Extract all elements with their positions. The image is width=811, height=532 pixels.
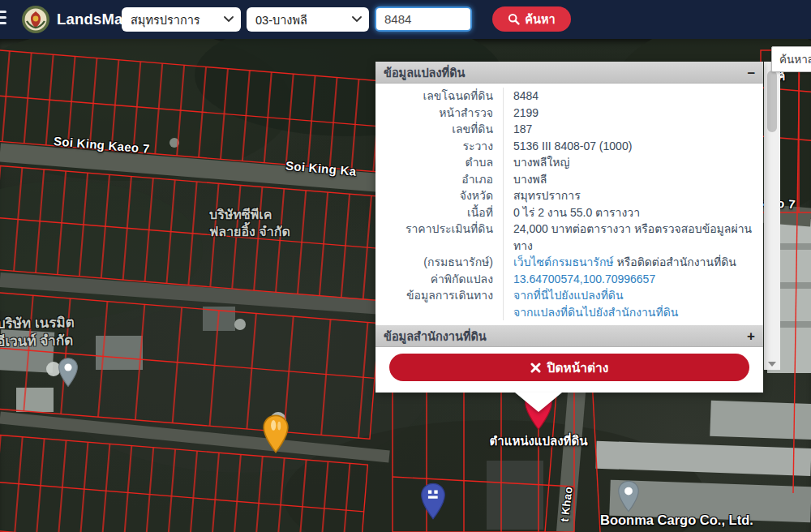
dol-logo-icon (21, 5, 50, 34)
row-map-sheet: ระวาง5136 III 8408-07 (1000) (375, 138, 763, 155)
province-select[interactable]: สมุทรปราการ (122, 7, 241, 32)
search-button-label: ค้นหา (525, 10, 555, 28)
deed-number-value: 8484 (504, 88, 763, 105)
area-value: 0 ไร่ 2 งาน 55.0 ตารางวา (504, 204, 763, 221)
district-select-value: 03-บางพลี (255, 11, 307, 29)
chevron-down-icon (352, 16, 362, 23)
place-label-line: บริษัท เนรมิต (0, 314, 75, 333)
row-directions: ข้อมูลการเดินทาง จากที่นี่ไปยังแปลงที่ดิ… (375, 287, 763, 320)
search-button[interactable]: ค้นหา (492, 6, 571, 32)
coordinates-link[interactable]: 13.64700574,100.70996657 (513, 272, 655, 285)
row-parcel-number: เลขที่ดิน187 (375, 121, 763, 138)
vertical-scrollbar[interactable] (764, 62, 780, 370)
place-search-box[interactable]: ค้นหาสถานที่ (771, 46, 811, 72)
poi-pin-gray-2[interactable] (617, 480, 640, 516)
district-value: บางพลี (504, 171, 763, 188)
close-icon (530, 363, 541, 373)
poi-pin-orange[interactable] (261, 414, 290, 457)
row-province: จังหวัดสมุทรปราการ (375, 187, 763, 204)
row-treasury: (กรมธนารักษ์) เว็บไซต์กรมธนารักษ์ หรือติ… (375, 254, 763, 271)
land-office-title: ข้อมูลสำนักงานที่ดิน (384, 327, 487, 345)
directions-parcel-to-office-link[interactable]: จากแปลงที่ดินไปยังสำนักงานที่ดิน (513, 304, 763, 321)
row-area: เนื้อที่0 ไร่ 2 งาน 55.0 ตารางวา (375, 204, 763, 221)
treasury-suffix-text: หรือติดต่อสำนักงานที่ดิน (614, 255, 736, 268)
poi-pin-blue[interactable] (419, 483, 447, 523)
row-survey-page: หน้าสำรวจ2199 (375, 105, 763, 122)
chevron-down-icon (224, 16, 234, 23)
subdistrict-value: บางพลีใหญ่ (504, 154, 763, 171)
scrollbar-down-arrow-icon[interactable] (768, 362, 776, 367)
district-select[interactable]: 03-บางพลี (247, 7, 369, 32)
top-navbar: LandsMaps สมุทรปราการ 03-บางพลี ค้นหา (0, 0, 811, 39)
panel-pointer-tail (515, 393, 562, 412)
close-window-button[interactable]: ปิดหน้าต่าง (389, 354, 749, 381)
map-sheet-value: 5136 III 8408-07 (1000) (504, 138, 763, 155)
parcel-info-title: ข้อมูลแปลงที่ดิน (384, 63, 465, 82)
expand-icon[interactable]: + (747, 329, 755, 343)
row-district: อำเภอบางพลี (375, 171, 763, 188)
place-label-neramit-event: บริษัท เนรมิต อีเวนท์ จำกัด (0, 314, 75, 351)
row-appraisal-price: ราคาประเมินที่ดิน24,000 บาทต่อตารางวา หร… (375, 221, 763, 254)
province-value: สมุทรปราการ (504, 187, 763, 204)
parcel-info-rows: เลขโฉนดที่ดิน8484 หน้าสำรวจ2199 เลขที่ดิ… (375, 84, 763, 325)
parcel-number-value: 187 (504, 121, 763, 138)
row-coordinates: ค่าพิกัดแปลง 13.64700574,100.70996657 (375, 271, 763, 288)
place-label-cpk-flying: บริษัทซีพีเค ฟลายอิ้ง จำกัด (209, 206, 290, 240)
row-deed-number: เลขโฉนดที่ดิน8484 (375, 88, 763, 105)
parcel-info-header: ข้อมูลแปลงที่ดิน – (375, 62, 763, 84)
parcel-number-input[interactable] (375, 6, 472, 32)
collapse-icon[interactable]: – (748, 66, 755, 79)
menu-icon[interactable] (0, 11, 6, 27)
appraisal-price-value: 24,000 บาทต่อตารางวา หรือตรวจสอบข้อมูลผ่… (504, 221, 763, 254)
province-select-value: สมุทรปราการ (131, 11, 200, 29)
scrollbar-thumb[interactable] (767, 71, 777, 132)
directions-here-to-parcel-link[interactable]: จากที่นี่ไปยังแปลงที่ดิน (513, 287, 763, 304)
place-label-line: บริษัทซีพีเค (209, 206, 290, 223)
place-label-line: อีเวนท์ จำกัด (0, 332, 75, 351)
treasury-website-link[interactable]: เว็บไซต์กรมธนารักษ์ (513, 255, 614, 268)
survey-page-value: 2199 (504, 105, 763, 122)
close-window-label: ปิดหน้าต่าง (547, 358, 609, 378)
parcel-info-panel: ข้อมูลแปลงที่ดิน – เลขโฉนดที่ดิน8484 หน้… (375, 62, 763, 393)
search-icon (508, 13, 520, 25)
row-subdistrict: ตำบลบางพลีใหญ่ (375, 154, 763, 171)
place-label-line: ฟลายอิ้ง จำกัด (209, 223, 290, 240)
panel-footer: ปิดหน้าต่าง (375, 347, 763, 393)
parcel-marker-label: ตำแหน่งแปลงที่ดิน (482, 431, 595, 451)
land-office-header[interactable]: ข้อมูลสำนักงานที่ดิน + (375, 325, 763, 347)
poi-pin-gray[interactable] (58, 357, 79, 391)
